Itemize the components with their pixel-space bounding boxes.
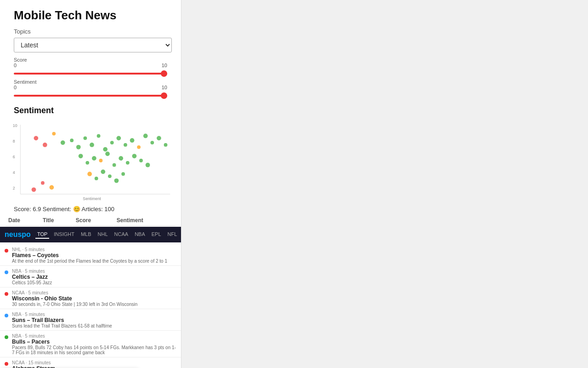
sentiment-max: 10	[162, 85, 167, 90]
sentiment-section: Sentiment 0 10	[14, 79, 167, 98]
svg-point-15	[90, 143, 94, 147]
svg-point-16	[97, 134, 101, 138]
list-item[interactable]: NCAA · 5 minutes Wisconsin - Ohio State …	[0, 288, 181, 309]
topics-label: Topics	[0, 26, 181, 36]
svg-point-46	[50, 185, 54, 190]
news-summary: Suns lead the Trail Trail Blazers 61-58 …	[12, 323, 176, 328]
svg-point-19	[117, 136, 121, 140]
news-title: Celtics – Jazz	[12, 274, 176, 280]
news-title: Wisconsin - Ohio State	[12, 295, 176, 302]
col-score: Score	[73, 215, 113, 226]
news-summary: Celtics 105-95 Jazz	[12, 280, 176, 285]
col-date: Date	[6, 215, 39, 226]
svg-point-40	[101, 169, 105, 174]
tab-nfl[interactable]: NFL	[166, 230, 179, 239]
svg-text:4: 4	[13, 170, 15, 175]
news-title: Bulls – Pacers	[12, 339, 176, 345]
dot-icon	[5, 335, 8, 339]
dot-icon	[5, 314, 8, 317]
svg-point-33	[119, 156, 123, 161]
svg-point-44	[32, 187, 36, 192]
svg-point-27	[79, 154, 83, 158]
dot-icon	[5, 249, 8, 253]
svg-point-28	[85, 161, 89, 165]
dot-icon	[5, 270, 8, 274]
svg-point-20	[124, 143, 127, 147]
sentiment-header: Sentiment	[0, 101, 181, 117]
svg-point-35	[132, 154, 137, 158]
svg-point-34	[126, 161, 130, 165]
news-summary: 30 seconds in, 7-0 Ohio State | 19:30 le…	[12, 302, 176, 307]
score-max: 10	[162, 63, 167, 68]
tab-insight[interactable]: INSIGHT	[52, 230, 76, 239]
svg-point-29	[92, 156, 96, 161]
svg-point-21	[130, 138, 135, 143]
tab-nba[interactable]: NBA	[133, 230, 147, 239]
svg-point-41	[108, 174, 112, 178]
svg-point-24	[150, 141, 154, 144]
score-section: Score 0 10	[14, 57, 167, 76]
list-item[interactable]: NBA · 5 minutes Bulls – Pacers Pacers 89…	[0, 331, 181, 357]
svg-point-14	[84, 136, 87, 140]
tab-ncaa[interactable]: NCAA	[113, 230, 130, 239]
tab-mlb[interactable]: MLB	[79, 230, 93, 239]
svg-point-39	[95, 177, 98, 180]
svg-point-45	[41, 181, 45, 185]
svg-point-30	[99, 159, 103, 162]
svg-point-42	[114, 178, 119, 183]
scatter-plot: 10 8 6 4 2 Sentiment	[9, 119, 175, 202]
sentiment-min: 0	[14, 85, 17, 90]
tab-nhl[interactable]: NHL	[96, 230, 110, 239]
list-item[interactable]: NHL · 5 minutes Flames – Coyotes At the …	[0, 244, 181, 266]
svg-point-36	[139, 159, 143, 162]
svg-point-8	[34, 136, 39, 140]
svg-text:8: 8	[13, 139, 15, 144]
tab-top[interactable]: TOP	[35, 230, 49, 239]
col-title: Title	[40, 215, 72, 226]
score-label: Score	[14, 57, 27, 63]
svg-text:Sentiment: Sentiment	[83, 196, 101, 201]
news-title: Alabama Stream	[12, 365, 176, 368]
tab-epl[interactable]: EPL	[150, 230, 163, 239]
news-summary: Pacers 89, Bulls 72 Coby has 14 points o…	[12, 345, 176, 355]
news-league: NHL · 5 minutes	[12, 247, 176, 252]
list-item[interactable]: NBA · 5 minutes Celtics – Jazz Celtics 1…	[0, 266, 181, 288]
svg-point-10	[52, 132, 56, 136]
svg-point-18	[110, 141, 114, 144]
svg-point-17	[103, 147, 107, 152]
col-sentiment: Sentiment	[114, 215, 175, 226]
svg-text:2: 2	[13, 186, 15, 190]
svg-text:10: 10	[13, 123, 17, 128]
dot-icon	[5, 292, 8, 296]
news-league: NBA · 5 minutes	[12, 312, 176, 317]
list-item[interactable]: NCAA · 15 minutes Alabama Stream COBY TI…	[0, 357, 181, 368]
svg-point-31	[105, 152, 110, 156]
news-league: NCAA · 15 minutes	[12, 360, 176, 365]
svg-point-22	[137, 145, 141, 149]
neuspo-tabs: TOP INSIGHT MLB NHL NCAA NBA EPL NFL	[35, 230, 179, 239]
news-title: Flames – Coyotes	[12, 252, 176, 259]
svg-text:6: 6	[13, 155, 15, 159]
svg-point-43	[121, 172, 125, 176]
neuspo-bar: neuspo TOP INSIGHT MLB NHL NCAA NBA EPL …	[0, 227, 181, 242]
dot-icon	[5, 362, 8, 366]
neuspo-logo: neuspo	[5, 230, 31, 239]
score-slider[interactable]	[14, 73, 167, 75]
svg-point-23	[143, 134, 148, 138]
page-title: Mobile Tech News	[0, 0, 181, 26]
svg-point-12	[70, 138, 74, 142]
mobile-tech-panel: Mobile Tech News Topics Latest Score 0 1…	[0, 0, 181, 368]
svg-point-9	[43, 143, 47, 147]
list-item[interactable]: NBA · 5 minutes Suns – Trail Blazers Sun…	[0, 309, 181, 331]
news-league: NCAA · 5 minutes	[12, 290, 176, 295]
news-title: Suns – Trail Blazers	[12, 317, 176, 323]
news-summary: At the end of the 1st period the Flames …	[12, 259, 176, 264]
sentiment-slider[interactable]	[14, 95, 167, 97]
svg-point-11	[61, 140, 65, 145]
news-list: NHL · 5 minutes Flames – Coyotes At the …	[0, 242, 181, 368]
svg-point-13	[76, 145, 81, 150]
svg-point-25	[157, 136, 161, 140]
topics-select[interactable]: Latest	[14, 38, 172, 52]
svg-point-37	[146, 163, 150, 167]
score-sentiment-info: Score: 6.9 Sentiment: 😊 Articles: 100	[0, 204, 181, 214]
